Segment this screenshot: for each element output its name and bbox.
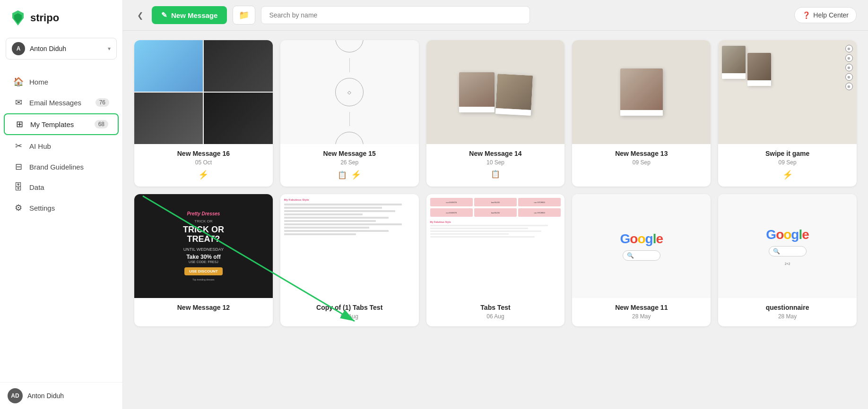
ai-hub-icon: ✂ bbox=[13, 141, 24, 151]
template-card-questionnaire[interactable]: Google 🔍 2+2 questionnaire 28 May bbox=[718, 194, 857, 326]
card-preview: Google 🔍 2+2 bbox=[718, 194, 857, 298]
footer-name: Anton Diduh bbox=[27, 392, 64, 400]
email-badge: 76 bbox=[95, 98, 109, 107]
dot-top: ••• bbox=[335, 40, 364, 52]
header: ❮ ✎ New Message 📁 ❓ Help Center bbox=[123, 0, 868, 31]
card-date: 26 Sep bbox=[287, 159, 412, 166]
folder-button[interactable]: 📁 bbox=[233, 6, 255, 25]
card-preview: My Fabulous Style bbox=[280, 194, 419, 298]
card-info: New Message 11 28 May bbox=[572, 298, 711, 326]
dot-line bbox=[349, 58, 350, 72]
template-card-new-message-16[interactable]: New Message 16 05 Oct ⚡ bbox=[134, 40, 273, 187]
sidebar-item-ai-hub[interactable]: ✂ AI Hub bbox=[4, 136, 119, 156]
template-card-copy-tabs[interactable]: My Fabulous Style Copy of (1) T bbox=[280, 194, 419, 326]
card-title: New Message 15 bbox=[287, 150, 412, 157]
tab-events-2: our EVENTS bbox=[430, 208, 473, 217]
template-card-new-message-11[interactable]: Google 🔍 New Message 11 28 May bbox=[572, 194, 711, 326]
template-card-new-message-13[interactable]: New Message 13 09 Sep bbox=[572, 40, 711, 187]
icon-circle-1: ⊗ bbox=[845, 45, 853, 52]
dot-bottom: ∿ bbox=[335, 132, 364, 144]
tabs-preview: our EVENTS last BLOG our STORES our EVEN… bbox=[426, 194, 565, 298]
card-title: New Message 11 bbox=[579, 304, 704, 311]
logo-text: stripo bbox=[30, 12, 59, 24]
trick-button: USE DISCOUNT bbox=[184, 267, 222, 275]
card-date: 28 May bbox=[725, 313, 850, 320]
sidebar-item-label: Home bbox=[29, 78, 109, 86]
card-info: questionnaire 28 May bbox=[718, 298, 857, 326]
templates-badge: 68 bbox=[95, 120, 108, 128]
google-search-bar: 🔍 bbox=[623, 250, 660, 261]
brand-icon: ⊟ bbox=[13, 162, 24, 172]
polaroid-2 bbox=[495, 74, 533, 116]
help-label: Help Center bbox=[813, 11, 849, 19]
card-title: New Message 14 bbox=[433, 150, 558, 157]
card-date: 09 Sep bbox=[725, 159, 850, 166]
account-selector[interactable]: A Anton Diduh ▾ bbox=[6, 38, 117, 60]
google-logo-2: Google bbox=[766, 227, 808, 242]
main-content: ❮ ✎ New Message 📁 ❓ Help Center bbox=[123, 0, 868, 409]
settings-icon: ⚙ bbox=[13, 203, 24, 213]
stripo-logo-icon bbox=[9, 9, 26, 26]
templates-icon: ⊞ bbox=[14, 119, 25, 129]
trick-subtitle: UNTIL WEDNESDAY bbox=[183, 247, 224, 252]
sidebar-item-data[interactable]: 🗄 Data bbox=[4, 178, 119, 197]
polaroid-main bbox=[620, 68, 663, 116]
template-card-new-message-12[interactable]: Pretty Dresses TRICK OR TRICK ORTREAT? U… bbox=[134, 194, 273, 326]
google-preview: Google 🔍 bbox=[572, 194, 711, 298]
sidebar-item-home[interactable]: 🏠 Home bbox=[4, 72, 119, 92]
chevron-down-icon: ▾ bbox=[108, 45, 111, 52]
card-info: New Message 16 05 Oct ⚡ bbox=[134, 144, 273, 187]
card-title: New Message 12 bbox=[141, 304, 266, 311]
sidebar-item-label: Settings bbox=[29, 204, 109, 212]
photo-pair-preview bbox=[426, 40, 565, 144]
swipe-preview: ⊗ ⊗ ⊗ ⊗ ⊗ bbox=[718, 40, 857, 144]
swipe-icons: ⊗ ⊗ ⊗ ⊗ ⊗ bbox=[845, 45, 853, 90]
lightning-icon: ⚡ bbox=[198, 170, 208, 180]
tab-stores: our STORES bbox=[518, 198, 561, 206]
characters-preview bbox=[134, 40, 273, 144]
navigation: 🏠 Home ✉ Email Messages 76 ⊞ My Template… bbox=[0, 63, 122, 382]
email-icon: ✉ bbox=[13, 97, 24, 108]
sidebar-item-my-templates[interactable]: ⊞ My Templates 68 bbox=[4, 113, 119, 135]
collapse-sidebar-button[interactable]: ❮ bbox=[134, 8, 146, 23]
help-center-button[interactable]: ❓ Help Center bbox=[794, 7, 857, 23]
card-title: New Message 13 bbox=[579, 150, 704, 157]
avatar: A bbox=[12, 42, 25, 55]
card-date: 10 Sep bbox=[433, 159, 558, 166]
copy-icon: 📋 bbox=[338, 170, 347, 179]
card-title: questionnaire bbox=[725, 304, 850, 311]
sidebar-item-brand-guidelines[interactable]: ⊟ Brand Guidelines bbox=[4, 157, 119, 177]
trick-title: TRICK ORTREAT? bbox=[183, 225, 224, 244]
swipe-card-2 bbox=[747, 53, 771, 86]
lightning-icon: ⚡ bbox=[782, 170, 793, 180]
sidebar-item-email-messages[interactable]: ✉ Email Messages 76 bbox=[4, 93, 119, 112]
template-card-swipe-game[interactable]: ⊗ ⊗ ⊗ ⊗ ⊗ Swipe it game 09 Sep ⚡ bbox=[718, 40, 857, 187]
card-actions: ⚡ bbox=[725, 170, 850, 180]
new-message-button[interactable]: ✎ New Message bbox=[152, 6, 227, 24]
card-preview: our EVENTS last BLOG our STORES our EVEN… bbox=[426, 194, 565, 298]
icon-circle-5: ⊗ bbox=[845, 83, 853, 90]
photo-single-preview bbox=[572, 40, 711, 144]
tab-events: our EVENTS bbox=[430, 198, 473, 206]
card-date: 28 May bbox=[579, 313, 704, 320]
card-actions: 📋 bbox=[433, 170, 558, 179]
trick-discount: Take 30% off bbox=[186, 254, 220, 260]
tabs-text: My Fabulous Style bbox=[430, 219, 561, 294]
template-card-new-message-14[interactable]: New Message 14 10 Sep 📋 bbox=[426, 40, 565, 187]
card-date: 06 Aug bbox=[433, 313, 558, 320]
home-icon: 🏠 bbox=[13, 77, 24, 87]
template-card-tabs-test[interactable]: our EVENTS last BLOG our STORES our EVEN… bbox=[426, 194, 565, 326]
dots-preview: ••• ◇ ∿ bbox=[335, 40, 364, 144]
search-input[interactable] bbox=[261, 6, 530, 24]
card-preview bbox=[426, 40, 565, 144]
trick-brand: Pretty Dresses bbox=[187, 211, 220, 216]
help-icon: ❓ bbox=[802, 11, 810, 19]
google-logo: Google bbox=[620, 231, 663, 247]
swipe-card-1 bbox=[722, 46, 746, 79]
card-info: New Message 15 26 Sep 📋 ⚡ bbox=[280, 144, 419, 187]
template-card-new-message-15[interactable]: ••• ◇ ∿ New Message 15 26 Sep 📋 ⚡ bbox=[280, 40, 419, 187]
sidebar-item-settings[interactable]: ⚙ Settings bbox=[4, 198, 119, 218]
templates-grid: New Message 16 05 Oct ⚡ ••• ◇ ∿ bbox=[134, 40, 857, 326]
tab-blog: last BLOG bbox=[474, 198, 517, 206]
card-info: New Message 13 09 Sep bbox=[572, 144, 711, 176]
